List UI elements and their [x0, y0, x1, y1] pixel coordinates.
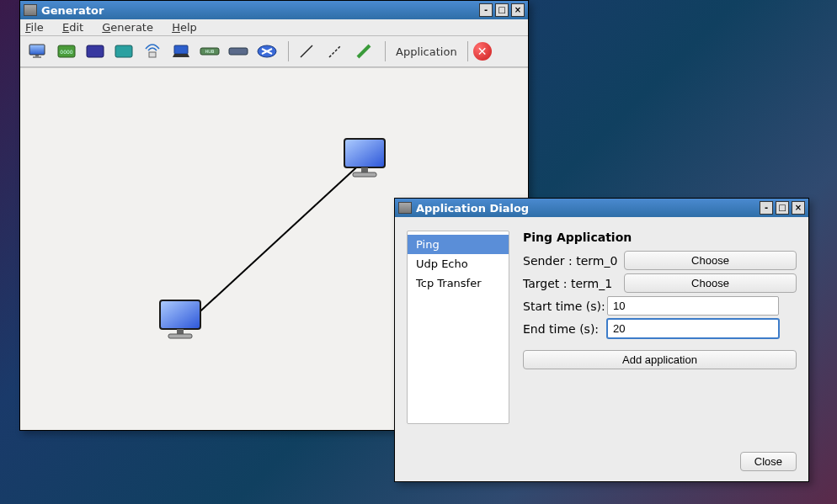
end-time-label: End time (s): [523, 322, 607, 336]
menu-help[interactable]: Help [172, 21, 197, 34]
svg-line-16 [358, 45, 370, 57]
app-icon [24, 4, 37, 16]
svg-text:HUB: HUB [205, 49, 215, 54]
toolbar: 0000 HUB App [20, 35, 528, 67]
maximize-button[interactable]: □ [495, 3, 509, 17]
choose-target-button[interactable]: Choose [624, 273, 797, 293]
svg-rect-22 [168, 334, 192, 338]
dialog-app-icon [398, 202, 412, 214]
svg-rect-17 [344, 139, 385, 167]
svg-rect-19 [353, 172, 376, 177]
svg-rect-12 [229, 48, 248, 55]
application-dialog-window: Application Dialog ‐ □ × Ping Udp Echo T… [394, 198, 809, 482]
minimize-button[interactable]: ‐ [479, 3, 493, 17]
router-tool-icon[interactable] [254, 40, 280, 63]
choose-sender-button[interactable]: Choose [624, 251, 797, 270]
svg-marker-9 [173, 54, 189, 57]
dialog-title: Application Dialog [416, 202, 529, 215]
pc-tool-icon[interactable] [25, 40, 51, 63]
form-heading: Ping Application [523, 231, 797, 244]
dashed-line-tool-icon[interactable] [323, 40, 348, 63]
list-item-udp-echo[interactable]: Udp Echo [408, 254, 509, 273]
delete-tool-icon[interactable]: ✕ [473, 42, 492, 61]
svg-text:0000: 0000 [60, 49, 72, 55]
svg-rect-1 [35, 55, 39, 56]
menu-edit[interactable]: Edit [62, 21, 83, 34]
switch-tool-icon[interactable] [226, 40, 251, 63]
application-type-list[interactable]: Ping Udp Echo Tcp Transfer [407, 231, 509, 424]
menu-file[interactable]: File [25, 21, 44, 34]
green-line-tool-icon[interactable] [351, 40, 376, 63]
svg-rect-2 [33, 56, 41, 58]
svg-rect-21 [177, 329, 184, 334]
wifi-ap-tool-icon[interactable] [140, 40, 165, 63]
laptop-tool-icon[interactable] [168, 40, 194, 63]
group3-tool-icon[interactable] [111, 40, 136, 63]
add-application-button[interactable]: Add application [523, 350, 797, 369]
toolbar-separator-2 [385, 41, 386, 61]
dialog-minimize-button[interactable]: ‐ [760, 201, 773, 215]
svg-line-15 [329, 45, 341, 57]
start-time-input[interactable] [607, 296, 779, 316]
end-time-input[interactable] [607, 319, 779, 338]
svg-line-14 [301, 45, 312, 57]
sender-label: Sender : term_0 [523, 254, 624, 268]
svg-rect-6 [115, 45, 132, 57]
toolbar-separator [288, 41, 289, 61]
svg-rect-8 [174, 45, 188, 54]
list-item-ping[interactable]: Ping [408, 235, 509, 254]
line-tool-icon[interactable] [294, 40, 319, 63]
dialog-maximize-button[interactable]: □ [776, 201, 789, 215]
svg-rect-20 [160, 300, 200, 329]
svg-rect-18 [361, 167, 368, 172]
close-dialog-button[interactable]: Close [740, 452, 797, 471]
close-button[interactable]: × [511, 3, 525, 17]
svg-rect-0 [29, 45, 45, 55]
menubar: File Edit Generate Help [20, 19, 528, 35]
start-time-label: Start time (s): [523, 300, 607, 313]
svg-rect-5 [87, 45, 104, 57]
hub-tool-icon[interactable]: HUB [197, 40, 222, 63]
toolbar-separator-3 [467, 41, 468, 61]
menu-generate[interactable]: Generate [102, 21, 153, 34]
node-term-1[interactable] [155, 297, 205, 347]
node-term-0[interactable] [339, 135, 390, 186]
generator-titlebar[interactable]: Generator ‐ □ × [20, 1, 528, 19]
dialog-close-button[interactable]: × [792, 201, 805, 215]
svg-rect-7 [149, 52, 156, 57]
group2-tool-icon[interactable] [83, 40, 108, 63]
dialog-titlebar[interactable]: Application Dialog ‐ □ × [395, 199, 808, 217]
list-item-tcp-transfer[interactable]: Tcp Transfer [408, 273, 509, 293]
application-label[interactable]: Application [391, 45, 462, 58]
target-label: Target : term_1 [523, 277, 624, 290]
window-title: Generator [41, 4, 104, 17]
group1-tool-icon[interactable]: 0000 [54, 40, 79, 63]
